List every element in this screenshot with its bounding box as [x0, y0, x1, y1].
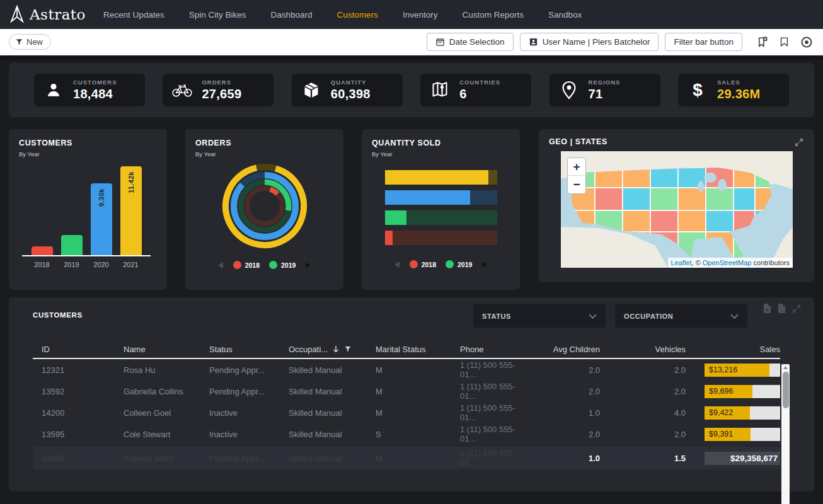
occupation-filter-dropdown[interactable]: OCCUPATION: [615, 304, 747, 328]
cell-status: Inactive: [209, 408, 289, 418]
nav-item-spin-city-bikes[interactable]: Spin City Bikes: [189, 10, 246, 20]
legend-item-2018[interactable]: 2018: [410, 260, 436, 268]
nav-menu: Recent Updates Spin City Bikes Dashboard…: [103, 10, 582, 20]
chevron-down-icon: [589, 314, 597, 319]
export-excel-icon[interactable]: x: [763, 303, 772, 314]
eye-icon[interactable]: [800, 36, 813, 49]
scroll-up-arrow[interactable]: [781, 364, 790, 371]
export-csv-icon[interactable]: ,: [777, 303, 786, 314]
legend-item-2019[interactable]: 2019: [269, 261, 296, 269]
column-header-sales[interactable]: Sales: [686, 345, 780, 354]
filter-bar-label: Filter bar button: [674, 37, 734, 47]
legend-prev-icon[interactable]: [217, 261, 224, 269]
hbar-2019[interactable]: [385, 210, 497, 225]
nav-item-recent-updates[interactable]: Recent Updates: [103, 10, 164, 20]
cell-phone: 1 (11) 500 555-01...: [460, 382, 531, 401]
column-header-occupation[interactable]: Occupati...: [289, 345, 376, 354]
legend-item-2019[interactable]: 2019: [446, 260, 472, 268]
column-header-vehicles[interactable]: Vehicles: [600, 345, 686, 354]
kpi-label: QUANTITY: [331, 79, 371, 86]
cell-avg-children: 2.0: [531, 430, 600, 439]
expand-icon[interactable]: [791, 304, 802, 314]
zoom-out-button[interactable]: −: [568, 176, 585, 193]
column-header-label: Occupati...: [289, 345, 328, 354]
kpi-value: 60,398: [331, 87, 371, 101]
legend-prev-icon[interactable]: [393, 261, 400, 268]
attribution-text: , ©: [692, 259, 703, 266]
cell-id: 13592: [42, 387, 124, 396]
column-header-id[interactable]: ID: [42, 345, 124, 354]
hbar-2018[interactable]: [385, 231, 497, 245]
cell-marital: M: [376, 387, 460, 396]
column-header-status[interactable]: Status: [209, 345, 289, 354]
expand-icon[interactable]: [794, 137, 804, 147]
cell-avg-children: 2.0: [531, 365, 600, 375]
zoom-in-button[interactable]: +: [568, 158, 585, 176]
cell-avg-children: 1.0: [531, 408, 600, 418]
total-sales-bar: $29,358,677: [705, 452, 780, 465]
column-header-marital-status[interactable]: Marital Status: [376, 345, 460, 354]
new-filter-button[interactable]: New: [9, 34, 51, 50]
person-icon: [43, 81, 64, 99]
kpi-countries: COUNTRIES 6: [420, 74, 531, 106]
top-navigation: Astrato Recent Updates Spin City Bikes D…: [0, 0, 823, 29]
filter-bar-button[interactable]: Filter bar button: [665, 33, 742, 51]
svg-text:,: ,: [781, 306, 783, 312]
leaflet-map[interactable]: + − Leaflet, © OpenStreetMap contributor…: [561, 151, 793, 268]
hbar-2021[interactable]: [385, 170, 497, 185]
scrollbar-thumb[interactable]: [783, 372, 789, 408]
bicycle-icon: [171, 82, 193, 98]
nav-item-inventory[interactable]: Inventory: [403, 10, 438, 20]
bar-2021[interactable]: 11.42k: [120, 166, 142, 255]
hbar-fill: [385, 190, 470, 205]
nav-item-sandbox[interactable]: Sandbox: [548, 10, 582, 20]
bar-2020[interactable]: 9.30k: [91, 183, 112, 255]
map-icon: [429, 81, 451, 99]
box-icon: [301, 81, 322, 99]
openstreetmap-link[interactable]: OpenStreetMap: [703, 259, 752, 266]
table-row[interactable]: 13592 Gabriella Collins Pending Appr... …: [33, 381, 780, 402]
ghost-cell-marital: M: [376, 454, 460, 463]
nav-item-dashboard[interactable]: Dashboard: [271, 10, 313, 20]
astrato-logo[interactable]: Astrato: [9, 5, 86, 24]
bar-2019[interactable]: [61, 235, 83, 255]
hbar-chart-plot[interactable]: [385, 170, 497, 245]
column-header-phone[interactable]: Phone: [460, 345, 531, 354]
customers-table-card: CUSTOMERS STATUS OCCUPATION x , ID: [9, 297, 814, 491]
legend-next-icon[interactable]: [305, 261, 312, 269]
bar-2018[interactable]: [32, 246, 53, 255]
nav-item-custom-reports[interactable]: Custom Reports: [462, 10, 524, 20]
status-filter-dropdown[interactable]: STATUS: [473, 304, 606, 328]
column-filter-icon[interactable]: [344, 345, 352, 353]
legend-item-2018[interactable]: 2018: [233, 261, 260, 269]
user-name-button[interactable]: User Name | Piers Batchelor: [520, 33, 659, 51]
donut-chart[interactable]: [217, 159, 312, 253]
cell-sales: $9,391: [709, 430, 733, 438]
chart-subtitle: By Year: [195, 151, 333, 158]
column-header-avg-children[interactable]: Avg Children: [531, 345, 600, 354]
ghost-cell-status: Pending Appr...: [209, 454, 289, 463]
table-row[interactable]: 13595 Cole Stewart Inactive Skilled Manu…: [33, 423, 780, 445]
leaflet-link[interactable]: Leaflet: [671, 259, 692, 266]
date-selection-button[interactable]: Date Selection: [427, 33, 514, 51]
bookmark-add-icon[interactable]: [756, 36, 768, 48]
ghost-cell-phone: 1 (11) 500 555-01...: [460, 449, 531, 467]
cell-marital: M: [376, 365, 460, 375]
table-scrollbar[interactable]: [781, 364, 790, 504]
orders-chart-card: ORDERS By Year 2018 2019: [185, 129, 343, 290]
bar-chart-plot[interactable]: 9.30k 11.42k: [22, 166, 151, 256]
hbar-fill: [385, 231, 393, 245]
legend-next-icon[interactable]: [481, 261, 488, 268]
legend-dot: [233, 261, 241, 269]
cell-name: Rosa Hu: [124, 365, 209, 375]
table-row[interactable]: 14200 Colleen Goel Inactive Skilled Manu…: [33, 402, 780, 423]
hbar-2020[interactable]: [385, 190, 497, 205]
cell-id: 14200: [42, 408, 124, 418]
table-row[interactable]: 12321 Rosa Hu Pending Appr... Skilled Ma…: [33, 359, 780, 381]
sort-descending-icon[interactable]: [333, 345, 339, 353]
column-header-name[interactable]: Name: [124, 345, 209, 354]
cell-name: Gabriella Collins: [124, 387, 209, 396]
nav-item-customers[interactable]: Customers: [337, 10, 378, 20]
table-totals-row: 14830 Isabella Ward Pending Appr... Skil…: [33, 447, 780, 469]
bookmark-icon[interactable]: [779, 36, 790, 48]
